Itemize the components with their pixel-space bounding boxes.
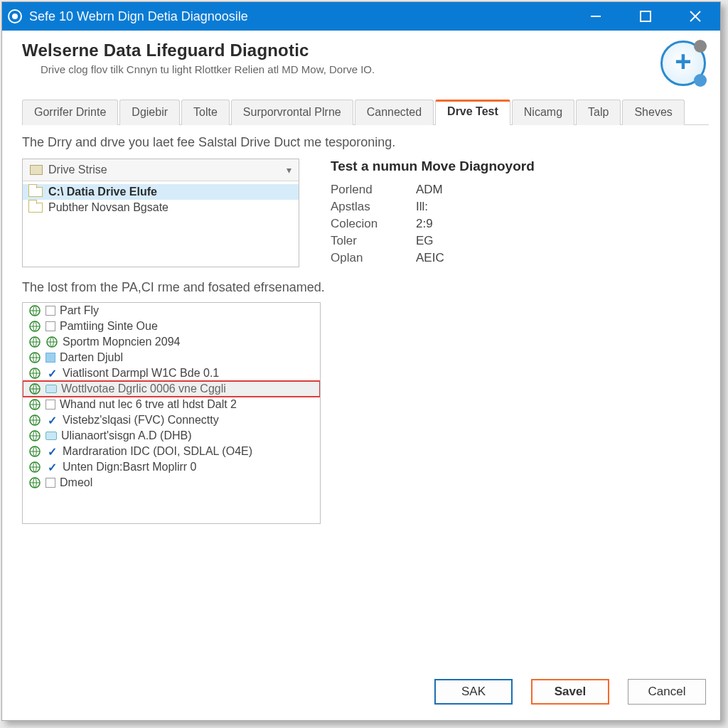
list-item[interactable]: Sportm Mopncien 2094	[23, 334, 320, 350]
list-item-label: Dmeol	[60, 476, 92, 489]
chevron-down-icon: ▾	[287, 164, 291, 176]
cancel-button[interactable]: Cancel	[628, 679, 706, 705]
tab-2[interactable]: Tolte	[181, 100, 230, 125]
box-icon	[46, 400, 55, 410]
globe-icon	[28, 382, 41, 395]
list-item[interactable]: ✓Mardraration IDC (DOI, SDLAL (O4E)	[23, 444, 320, 459]
globe-icon	[28, 476, 41, 489]
list-item[interactable]: Darten Djubl	[23, 350, 320, 365]
info-key: Colecion	[331, 217, 416, 231]
monitor-icon	[46, 385, 57, 393]
globe-icon	[28, 414, 41, 427]
drive-item[interactable]: Pubther Novsan Bgsate	[23, 200, 299, 215]
drive-icon	[28, 203, 43, 213]
tab-content: The Drry and drve you laet fee Salstal D…	[22, 125, 709, 679]
globe-icon	[28, 336, 41, 348]
page-subtitle: Drive clog flov tilk Cnnyn tu light Rlot…	[41, 63, 660, 75]
list-item[interactable]: Wottlvotae Dgrlic 0006 vne Cggli	[23, 381, 320, 397]
maximize-button[interactable]	[621, 2, 670, 31]
tab-1[interactable]: Dgiebir	[119, 100, 180, 125]
box-icon	[46, 478, 55, 488]
tab-0[interactable]: Gorrifer Drinte	[22, 100, 118, 125]
globe-icon	[28, 367, 41, 380]
maximize-icon	[639, 10, 652, 23]
list-item-label: Whand nut lec 6 trve atl hdst Dalt 2	[60, 398, 237, 411]
check-icon: ✓	[46, 367, 58, 380]
test-listbox[interactable]: Part FlyPamtiing Sinte OueSportm Mopncie…	[22, 302, 321, 524]
close-button[interactable]	[670, 2, 720, 31]
list-item-label: Pamtiing Sinte Oue	[60, 320, 158, 333]
list-item[interactable]: Whand nut lec 6 trve atl hdst Dalt 2	[23, 397, 320, 412]
dialog-footer: SAK Savel Cancel	[22, 679, 709, 709]
info-key: Oplan	[331, 251, 416, 265]
drive-select-panel: Drive Strise ▾ C:\ Datia Drive ElufePubt…	[22, 159, 299, 267]
list-item-label: Darten Djubl	[60, 351, 123, 364]
list-item[interactable]: Ulianaort'sisgn A.D (DHB)	[23, 428, 320, 444]
list-item-label: Sportm Mopncien 2094	[63, 336, 180, 348]
globe-icon	[28, 320, 41, 333]
header: Welserne Data Lifeguard Diagnotic Drive …	[22, 41, 709, 86]
info-title: Test a numun Move Diagnoyord	[331, 159, 535, 174]
tab-strip: Gorrifer DrinteDgiebirTolteSurporvrontal…	[22, 99, 709, 125]
list-item-label: Wottlvotae Dgrlic 0006 vne Cggli	[61, 382, 226, 395]
intro-text-2: The lost from the PA,CI rme and fosated …	[22, 280, 709, 295]
brand-logo-icon	[660, 41, 706, 86]
drive-list[interactable]: C:\ Datia Drive ElufePubther Novsan Bgsa…	[23, 181, 299, 267]
info-key: Porlend	[331, 183, 416, 197]
info-key: Toler	[331, 234, 416, 248]
app-icon	[8, 9, 22, 23]
info-value: ADM	[416, 183, 535, 197]
info-value: AEIC	[416, 251, 535, 265]
minimize-icon	[589, 10, 602, 23]
save-button[interactable]: Savel	[531, 679, 609, 705]
list-item[interactable]: Dmeol	[23, 475, 320, 491]
info-key: Apstlas	[331, 200, 416, 214]
globe-icon	[28, 398, 41, 411]
drive-icon	[28, 187, 43, 197]
globe-icon	[28, 351, 41, 364]
globe-icon	[28, 429, 41, 442]
tab-6[interactable]: Nicamg	[512, 100, 574, 125]
blue-square-icon	[46, 353, 55, 363]
list-item[interactable]: ✓Unten Dign:Basrt Moplirr 0	[23, 459, 320, 475]
globe-icon	[46, 336, 58, 348]
globe-icon	[28, 461, 41, 473]
intro-text-1: The Drry and drve you laet fee Salstal D…	[22, 135, 709, 150]
drive-item-label: C:\ Datia Drive Elufe	[48, 186, 157, 198]
info-grid: PorlendADMApstlasIll:Colecion2:9TolerEGO…	[331, 183, 535, 265]
list-item[interactable]: Part Fly	[23, 303, 320, 318]
svg-rect-1	[641, 11, 651, 21]
ok-button[interactable]: SAK	[434, 679, 513, 705]
tab-8[interactable]: Sheves	[622, 100, 684, 125]
list-item-label: Ulianaort'sisgn A.D (DHB)	[61, 429, 192, 442]
info-value: Ill:	[416, 200, 535, 214]
minimize-button[interactable]	[571, 2, 621, 31]
globe-icon	[28, 445, 41, 458]
window-title: Sefe 10 Webrn Dign Detia Diagnoosile	[29, 9, 248, 24]
check-icon: ✓	[46, 445, 58, 458]
list-item-label: Part Fly	[60, 304, 99, 317]
tab-5[interactable]: Drve Test	[435, 100, 510, 125]
list-item-label: Unten Dign:Basrt Moplirr 0	[63, 461, 197, 473]
tab-7[interactable]: Talp	[576, 100, 621, 125]
list-item-label: Vistebz'slqasi (FVC) Connectty	[63, 414, 219, 427]
drive-select-header[interactable]: Drive Strise ▾	[23, 159, 299, 181]
check-icon: ✓	[46, 461, 58, 473]
list-item[interactable]: Pamtiing Sinte Oue	[23, 318, 320, 334]
drive-item[interactable]: C:\ Datia Drive Elufe	[23, 184, 299, 200]
list-item-label: Viatlisont Darmpl W1C Bde 0.1	[63, 367, 219, 380]
list-item-label: Mardraration IDC (DOI, SDLAL (O4E)	[63, 445, 252, 458]
check-icon: ✓	[46, 414, 58, 427]
tab-3[interactable]: Surporvrontal Plrne	[231, 100, 353, 125]
drive-item-label: Pubther Novsan Bgsate	[48, 201, 168, 214]
drive-info-block: Test a numun Move Diagnoyord PorlendADMA…	[331, 159, 535, 265]
client-area: Welserne Data Lifeguard Diagnotic Drive …	[2, 31, 720, 720]
info-value: 2:9	[416, 217, 535, 231]
list-item[interactable]: ✓Viatlisont Darmpl W1C Bde 0.1	[23, 365, 320, 381]
globe-icon	[28, 304, 41, 317]
close-icon	[689, 10, 702, 23]
tab-4[interactable]: Cannected	[355, 100, 434, 125]
info-value: EG	[416, 234, 535, 248]
page-title: Welserne Data Lifeguard Diagnotic	[22, 41, 660, 60]
list-item[interactable]: ✓Vistebz'slqasi (FVC) Connectty	[23, 412, 320, 428]
